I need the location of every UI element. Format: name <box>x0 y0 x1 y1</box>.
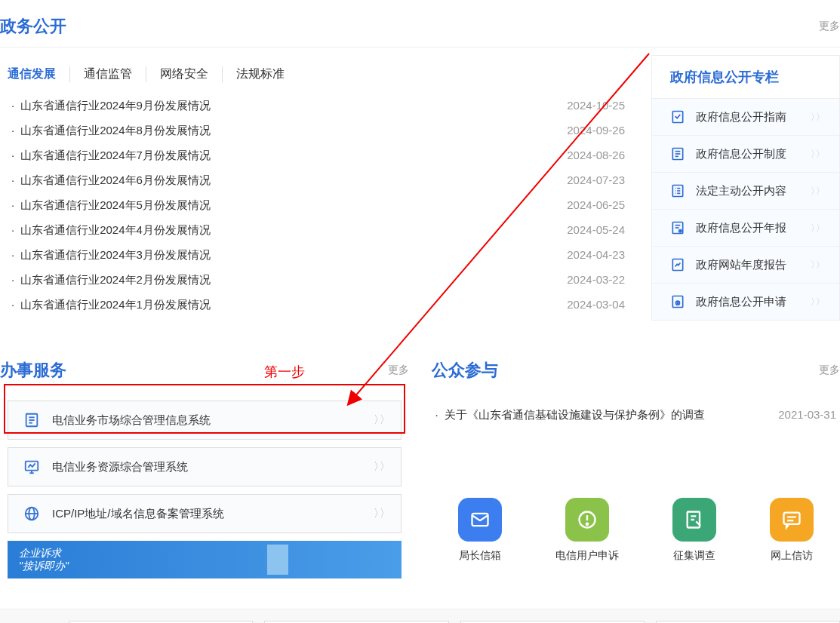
enterprise-banner[interactable]: 企业诉求 "接诉即办" <box>8 541 402 578</box>
news-item[interactable]: 山东省通信行业2024年9月份发展情况2024-10-25 <box>8 94 629 118</box>
news-item[interactable]: 山东省通信行业2024年2月份发展情况2024-03-22 <box>8 268 629 293</box>
mail-icon <box>458 498 502 542</box>
chat-icon <box>770 498 814 542</box>
chevron-right-icon: 〉〉 <box>811 148 821 161</box>
services-title: 办事服务 <box>0 359 66 382</box>
participation-title: 公众参与 <box>432 359 498 382</box>
sidebar-label: 政府信息公开指南 <box>696 110 811 124</box>
news-date: 2024-04-23 <box>567 248 625 262</box>
news-item[interactable]: 山东省通信行业2024年6月份发展情况2024-07-23 <box>8 168 629 193</box>
news-date: 2024-03-04 <box>567 298 625 312</box>
banner-decoration <box>267 545 288 575</box>
grid-label: 征集调查 <box>673 549 715 563</box>
www-icon <box>23 505 40 522</box>
news-item[interactable]: 山东省通信行业2024年5月份发展情况2024-06-25 <box>8 193 629 218</box>
news-item[interactable]: 山东省通信行业2024年7月份发展情况2024-08-26 <box>8 143 629 168</box>
document-chart-icon <box>670 257 685 272</box>
participation-more[interactable]: 更多 <box>819 364 840 377</box>
presentation-icon <box>23 459 40 475</box>
gov-disclosure-header: 政务公开 更多 <box>0 0 840 48</box>
sidebar-item-apply[interactable]: 政府信息公开申请 〉〉 <box>652 284 839 320</box>
sidebar-title: 政府信息公开专栏 <box>652 56 839 99</box>
tab-comm-dev[interactable]: 通信发展 <box>8 66 70 82</box>
news-title: 山东省通信行业2024年4月份发展情况 <box>11 223 211 238</box>
participation-item-date: 2021-03-31 <box>778 408 836 422</box>
sidebar-label: 政府网站年度报告 <box>696 258 811 272</box>
news-title: 山东省通信行业2024年7月份发展情况 <box>11 149 211 163</box>
svg-point-36 <box>586 523 588 525</box>
news-date: 2024-08-26 <box>567 149 625 163</box>
document-gear-icon <box>670 294 685 309</box>
document-check-icon <box>670 109 685 124</box>
news-title: 山东省通信行业2024年5月份发展情况 <box>11 198 211 213</box>
news-title: 山东省通信行业2024年8月份发展情况 <box>11 124 211 138</box>
section-title: 政务公开 <box>0 15 66 38</box>
news-date: 2024-05-24 <box>567 223 625 238</box>
service-label: 电信业务资源综合管理系统 <box>52 460 374 474</box>
sidebar-label: 政府信息公开申请 <box>696 295 811 309</box>
chevron-right-icon: 〉〉 <box>374 507 386 520</box>
news-item[interactable]: 山东省通信行业2024年4月份发展情况2024-05-24 <box>8 218 629 243</box>
service-label: 电信业务市场综合管理信息系统 <box>52 413 374 428</box>
document-icon <box>23 412 40 428</box>
participation-grid: 局长信箱 电信用户申诉 征集调查 网上信访 <box>432 498 841 563</box>
alert-icon <box>565 498 609 542</box>
news-date: 2024-06-25 <box>567 198 625 213</box>
news-item[interactable]: 山东省通信行业2024年8月份发展情况2024-09-26 <box>8 118 629 143</box>
news-date: 2024-09-26 <box>567 124 625 138</box>
participation-item-title: 关于《山东省通信基础设施建设与保护条例》的调查 <box>435 408 705 422</box>
grid-petition[interactable]: 网上信访 <box>770 498 814 563</box>
news-list: 山东省通信行业2024年9月份发展情况2024-10-25 山东省通信行业202… <box>0 90 629 333</box>
sidebar-label: 法定主动公开内容 <box>696 184 811 198</box>
news-date: 2024-10-25 <box>567 99 625 113</box>
banner-text: 企业诉求 "接诉即办" <box>19 547 69 572</box>
chevron-right-icon: 〉〉 <box>811 259 821 272</box>
chevron-right-icon: 〉〉 <box>811 296 821 308</box>
service-label: ICP/IP地址/域名信息备案管理系统 <box>52 507 374 521</box>
document-plus-icon <box>670 220 685 235</box>
news-title: 山东省通信行业2024年9月份发展情况 <box>11 99 211 113</box>
grid-label: 局长信箱 <box>459 549 501 563</box>
edit-icon <box>672 498 716 542</box>
sidebar-item-legal[interactable]: 法定主动公开内容 〉〉 <box>652 173 839 210</box>
sidebar-item-system[interactable]: 政府信息公开制度 〉〉 <box>652 136 839 173</box>
chevron-right-icon: 〉〉 <box>374 413 386 427</box>
tab-net-sec[interactable]: 网络安全 <box>146 66 223 82</box>
grid-mailbox[interactable]: 局长信箱 <box>458 498 502 563</box>
sidebar-item-web-report[interactable]: 政府网站年度报告 〉〉 <box>652 247 839 284</box>
grid-complaint[interactable]: 电信用户申诉 <box>555 498 619 563</box>
news-title: 山东省通信行业2024年3月份发展情况 <box>11 248 211 262</box>
more-link[interactable]: 更多 <box>819 20 840 33</box>
grid-label: 网上信访 <box>771 549 813 563</box>
services-more[interactable]: 更多 <box>388 364 409 377</box>
tab-law-std[interactable]: 法规标准 <box>223 66 298 82</box>
service-btn-telecom-market[interactable]: 电信业务市场综合管理信息系统 〉〉 <box>8 400 402 440</box>
news-title: 山东省通信行业2024年6月份发展情况 <box>11 173 211 188</box>
news-tabs: 通信发展 通信监管 网络安全 法规标准 <box>0 55 629 90</box>
sidebar-label: 政府信息公开制度 <box>696 147 811 161</box>
sidebar-item-annual[interactable]: 政府信息公开年报 〉〉 <box>652 210 839 247</box>
tab-comm-reg[interactable]: 通信监管 <box>70 66 146 82</box>
news-item[interactable]: 山东省通信行业2024年3月份发展情况2024-04-23 <box>8 243 629 268</box>
news-title: 山东省通信行业2024年1月份发展情况 <box>11 298 211 312</box>
news-date: 2024-07-23 <box>567 173 625 188</box>
document-lines-icon <box>670 146 685 161</box>
services-section: 第一步 办事服务 更多 电信业务市场综合管理信息系统 〉〉 电信业务资源综合管理… <box>0 348 409 586</box>
news-title: 山东省通信行业2024年2月份发展情况 <box>11 273 211 287</box>
participation-section: 公众参与 更多 关于《山东省通信基础设施建设与保护条例》的调查 2021-03-… <box>432 348 841 586</box>
grid-label: 电信用户申诉 <box>555 549 619 563</box>
service-btn-icp[interactable]: ICP/IP地址/域名信息备案管理系统 〉〉 <box>8 494 402 533</box>
sidebar-item-guide[interactable]: 政府信息公开指南 〉〉 <box>652 99 839 136</box>
chevron-right-icon: 〉〉 <box>811 111 821 124</box>
related-links: 相关链接 中国政府网 中华人民共和国工业和信息化部 各省自治区直辖市通信管理局 … <box>0 609 840 623</box>
chevron-right-icon: 〉〉 <box>811 222 821 235</box>
sidebar-label: 政府信息公开年报 <box>696 221 811 235</box>
grid-survey[interactable]: 征集调查 <box>672 498 716 563</box>
chevron-right-icon: 〉〉 <box>811 185 821 198</box>
participation-item[interactable]: 关于《山东省通信基础设施建设与保护条例》的调查 2021-03-31 <box>432 393 841 430</box>
svg-rect-38 <box>783 513 799 524</box>
service-btn-telecom-resource[interactable]: 电信业务资源综合管理系统 〉〉 <box>8 447 402 486</box>
gov-info-sidebar: 政府信息公开专栏 政府信息公开指南 〉〉 政府信息公开制度 〉〉 法定主动公开内… <box>651 55 840 321</box>
list-icon <box>670 183 685 198</box>
news-item[interactable]: 山东省通信行业2024年1月份发展情况2024-03-04 <box>8 293 629 318</box>
